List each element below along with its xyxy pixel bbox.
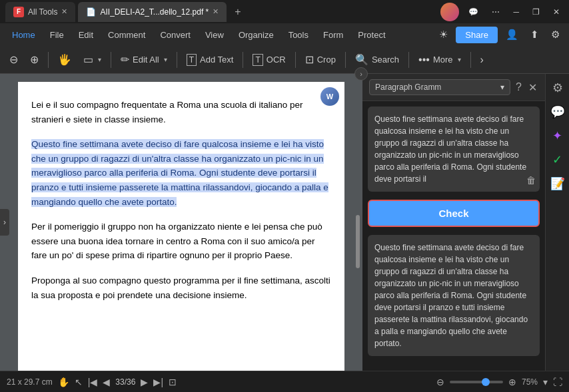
arrow-right-icon: › <box>480 54 484 66</box>
tab-close-icon[interactable]: ✕ <box>61 7 67 16</box>
brightness-icon[interactable]: ☀ <box>435 26 452 43</box>
more-icon: ••• <box>418 54 430 66</box>
menubar: Home File Edit Comment Convert View Orga… <box>0 23 569 46</box>
right-panel-area: › Paragraph Gramm ▾ ? ✕ Questo fine sett… <box>362 74 569 371</box>
tab-label: AII_DELI-A2_T...dello_12.pdf * <box>100 7 209 17</box>
zoom-level: 75% <box>522 377 538 387</box>
close-button[interactable]: ✕ <box>549 6 564 18</box>
zoom-out-button[interactable]: ⊖ <box>4 50 23 69</box>
tab-pdf[interactable]: 📄 AII_DELI-A2_T...dello_12.pdf * ✕ <box>78 2 227 22</box>
edit-all-button[interactable]: ✏ Edit All <box>115 50 173 69</box>
menu-form[interactable]: Form <box>316 27 350 43</box>
hand-icon: 🖐 <box>58 53 71 66</box>
panel-expand-button[interactable]: › <box>354 67 368 81</box>
next-page-button[interactable]: ▶ <box>141 377 148 387</box>
more-button[interactable]: ••• More <box>413 51 466 69</box>
share-button[interactable]: Share <box>456 27 498 43</box>
tab-close-pdf-icon[interactable]: ✕ <box>213 7 219 16</box>
menu-convert[interactable]: Convert <box>153 27 197 43</box>
add-text-button[interactable]: T Add Text <box>181 51 239 69</box>
toolbar-separator-4 <box>243 52 243 68</box>
settings-icon[interactable]: ⚙ <box>547 26 564 43</box>
last-page-button[interactable]: ▶| <box>153 377 163 387</box>
check-panel-icon[interactable]: ✓ <box>552 152 562 167</box>
pdf-viewer[interactable]: W Lei e il suo compagno frequentate a Ro… <box>0 74 362 371</box>
upload-icon[interactable]: ⬆ <box>526 26 543 43</box>
zoom-in-button[interactable]: ⊕ <box>25 50 44 69</box>
prev-page-button[interactable]: ◀ <box>103 377 110 387</box>
input-text-block[interactable]: Questo fine settimana avete deciso di fa… <box>368 106 540 192</box>
chevron-down-icon: ▾ <box>500 83 504 92</box>
statusbar-left: 21 x 29.7 cm ✋ ↖ |◀ ◀ 33/36 ▶ ▶| ⊡ <box>7 377 177 387</box>
crop-button[interactable]: ⊡ Crop <box>300 50 341 69</box>
more-options-icon[interactable]: ⋯ <box>488 6 504 18</box>
tab-list: F All Tools ✕ 📄 AII_DELI-A2_T...dello_12… <box>5 2 438 22</box>
person-icon[interactable]: 👤 <box>502 26 522 43</box>
scroll-indicator[interactable] <box>356 215 360 268</box>
tab-all-tools[interactable]: F All Tools ✕ <box>5 2 75 22</box>
ocr-label: OCR <box>267 55 286 65</box>
check-button[interactable]: Check <box>368 200 540 227</box>
fit-page-icon[interactable]: ⊡ <box>169 377 177 387</box>
statusbar-right: ⊖ ⊕ 75% ▾ ⛶ <box>436 377 562 387</box>
pdf-paragraph-3: Per il pomeriggio il gruppo non ha organ… <box>31 220 331 263</box>
toolbar-arrow-right[interactable]: › <box>475 51 489 69</box>
toolbar-separator-6 <box>345 52 346 68</box>
app-logo-icon: F <box>13 7 24 17</box>
pdf-page: W Lei e il suo compagno frequentate a Ro… <box>18 82 344 371</box>
pdf-paragraph-2-highlighted: Questo fine settimana avete deciso di fa… <box>31 137 331 209</box>
edit-all-label: Edit All <box>133 55 159 65</box>
menu-view[interactable]: View <box>199 27 231 43</box>
select-tool-button[interactable]: ▭ <box>78 50 107 69</box>
menu-organize[interactable]: Organize <box>232 27 281 43</box>
menubar-right: ☀ Share 👤 ⬆ ⚙ <box>435 26 564 43</box>
menu-protect[interactable]: Protect <box>351 27 392 43</box>
page-info: 33/36 <box>115 377 135 387</box>
input-text-content: Questo fine settimana avete deciso di fa… <box>374 114 526 184</box>
zoom-in-status-icon[interactable]: ⊕ <box>508 377 516 387</box>
chat-icon[interactable]: 💬 <box>464 6 482 18</box>
chat-panel-icon[interactable]: 💬 <box>550 104 565 119</box>
doc-icon[interactable]: 📝 <box>550 176 565 191</box>
ai-icon[interactable]: ✦ <box>552 128 562 143</box>
delete-text-button[interactable]: 🗑 <box>526 174 536 188</box>
highlighted-text: Questo fine settimana avete deciso di fa… <box>31 139 328 206</box>
menu-edit[interactable]: Edit <box>72 27 100 43</box>
minimize-button[interactable]: ─ <box>509 6 523 18</box>
panel-header: Paragraph Gramm ▾ ? ✕ <box>362 74 545 101</box>
menu-home[interactable]: Home <box>5 27 42 43</box>
pdf-paragraph-4: Proponga al suo compagno questo programm… <box>31 274 331 302</box>
cursor-status-icon[interactable]: ↖ <box>75 377 83 387</box>
profile-avatar[interactable] <box>440 3 459 21</box>
fullscreen-icon[interactable]: ⛶ <box>553 377 562 387</box>
zoom-slider[interactable] <box>450 381 503 383</box>
ocr-button[interactable]: T OCR <box>247 51 290 69</box>
dropdown-label: Paragraph Gramm <box>375 83 441 92</box>
zoom-out-status-icon[interactable]: ⊖ <box>436 377 444 387</box>
search-button[interactable]: 🔍 Search <box>350 50 404 69</box>
help-icon[interactable]: ? <box>514 80 523 95</box>
menu-file[interactable]: File <box>43 27 71 43</box>
maximize-button[interactable]: ❐ <box>528 6 544 18</box>
toolbar-separator-7 <box>408 52 409 68</box>
first-page-button[interactable]: |◀ <box>88 377 98 387</box>
close-panel-icon[interactable]: ✕ <box>527 80 538 95</box>
menu-tools[interactable]: Tools <box>282 27 315 43</box>
menu-comment[interactable]: Comment <box>101 27 152 43</box>
edit-icon: ✏ <box>121 53 129 66</box>
hand-status-icon[interactable]: ✋ <box>58 377 69 387</box>
zoom-dropdown[interactable]: ▾ <box>543 377 548 387</box>
toolbar-separator-2 <box>111 52 111 68</box>
statusbar: 21 x 29.7 cm ✋ ↖ |◀ ◀ 33/36 ▶ ▶| ⊡ ⊖ ⊕ 7… <box>0 371 569 392</box>
panel-content: Questo fine settimana avete deciso di fa… <box>362 101 545 371</box>
zoom-in-icon: ⊕ <box>30 53 39 66</box>
sliders-icon[interactable]: ⚙ <box>552 81 563 95</box>
page-nav-left[interactable]: › <box>0 209 9 236</box>
result-text-content: Questo fine settimana avete deciso di fa… <box>374 243 528 348</box>
hand-tool-button[interactable]: 🖐 <box>53 50 77 69</box>
toolbar-separator-8 <box>470 52 471 68</box>
paragraph-grammar-dropdown[interactable]: Paragraph Gramm ▾ <box>369 79 510 95</box>
select-icon: ▭ <box>83 53 93 66</box>
new-tab-button[interactable]: + <box>229 5 246 19</box>
pdf-paragraph-1: Lei e il suo compagno frequentate a Roma… <box>31 98 331 126</box>
